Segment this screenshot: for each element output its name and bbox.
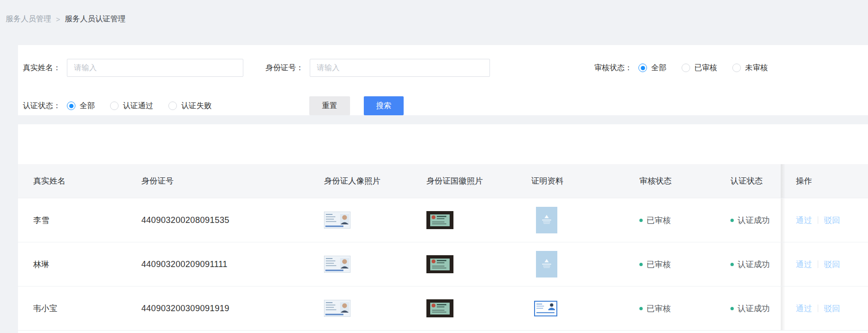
real-name-field-group: 真实姓名：	[23, 58, 243, 77]
proof-document-thumbnail[interactable]	[536, 251, 557, 278]
cell-emblem-photo	[411, 299, 516, 317]
cell-audit-status: 已审核	[624, 215, 715, 226]
col-header-proof: 证明资料	[516, 176, 624, 186]
cell-proof	[516, 301, 624, 316]
table-row: 李雪 440903200208091535	[18, 198, 868, 242]
col-header-actions: 操作	[781, 164, 868, 198]
col-header-portrait-photo: 身份证人像照片	[309, 176, 411, 186]
id-number-label: 身份证号：	[266, 63, 304, 73]
cell-auth-status: 认证成功	[715, 259, 781, 270]
auth-status-label: 认证状态：	[23, 101, 61, 111]
breadcrumb-item-parent[interactable]: 服务人员管理	[6, 14, 51, 24]
table-row: 韦小宝 440903200309091919	[18, 287, 868, 331]
col-header-real-name: 真实姓名	[18, 176, 126, 186]
cell-proof	[516, 251, 624, 278]
cell-auth-status: 认证成功	[715, 303, 781, 314]
audit-status-radio-audited[interactable]: 已审核	[682, 63, 717, 73]
certification-table: 真实姓名 身份证号 身份证人像照片 身份证国徽照片 证明资料 审核状态 认证状态…	[18, 164, 868, 331]
proof-id-card-thumbnail[interactable]	[534, 301, 557, 316]
action-divider	[818, 216, 818, 224]
status-dot-icon	[730, 263, 734, 266]
status-dot-icon	[639, 219, 643, 222]
id-number-input[interactable]	[310, 59, 490, 77]
cell-emblem-photo	[411, 211, 516, 229]
cell-portrait-photo	[309, 300, 411, 317]
cell-real-name: 李雪	[18, 215, 126, 226]
radio-unselected-icon	[732, 64, 741, 72]
auth-status-radio-failed[interactable]: 认证失败	[168, 101, 212, 111]
audit-status-radio-unaudited[interactable]: 未审核	[732, 63, 768, 73]
cell-emblem-photo	[411, 255, 516, 273]
id-card-portrait-thumbnail[interactable]	[324, 300, 351, 317]
approve-link[interactable]: 通过	[796, 303, 812, 314]
col-header-audit-status: 审核状态	[624, 176, 715, 186]
cell-actions: 通过 驳回	[781, 242, 868, 286]
chevron-right-icon: >	[56, 15, 60, 23]
table-header-row: 真实姓名 身份证号 身份证人像照片 身份证国徽照片 证明资料 审核状态 认证状态…	[18, 164, 868, 198]
status-dot-icon	[639, 263, 643, 266]
id-card-portrait-thumbnail[interactable]	[324, 212, 351, 229]
reject-link[interactable]: 驳回	[824, 259, 840, 270]
table-row: 林琳 440903200209091111	[18, 242, 868, 287]
radio-unselected-icon	[110, 102, 119, 110]
id-card-emblem-thumbnail[interactable]	[426, 299, 453, 317]
status-dot-icon	[730, 219, 734, 222]
col-header-id-number: 身份证号	[126, 176, 309, 186]
audit-status-label: 审核状态：	[594, 63, 632, 73]
audit-status-radio-group: 审核状态： 全部 已审核 未审核	[594, 58, 768, 77]
proof-document-thumbnail[interactable]	[536, 207, 557, 233]
id-card-portrait-thumbnail[interactable]	[324, 256, 351, 273]
cell-real-name: 韦小宝	[18, 303, 126, 314]
action-divider	[818, 305, 818, 312]
cell-auth-status: 认证成功	[715, 215, 781, 226]
radio-unselected-icon	[682, 64, 690, 72]
auth-status-radio-passed[interactable]: 认证通过	[110, 101, 153, 111]
cell-actions: 通过 驳回	[781, 198, 868, 242]
action-divider	[818, 260, 818, 268]
cell-proof	[516, 207, 624, 233]
table-panel: 真实姓名 身份证号 身份证人像照片 身份证国徽照片 证明资料 审核状态 认证状态…	[18, 124, 868, 333]
radio-unselected-icon	[168, 102, 177, 110]
audit-status-radio-all[interactable]: 全部	[638, 63, 666, 73]
cell-audit-status: 已审核	[624, 259, 715, 270]
breadcrumb: 服务人员管理 > 服务人员认证管理	[6, 14, 126, 24]
reject-link[interactable]: 驳回	[824, 215, 840, 226]
cell-id-number: 440903200309091919	[126, 304, 309, 314]
status-dot-icon	[639, 307, 643, 310]
cell-portrait-photo	[309, 256, 411, 273]
search-button[interactable]: 搜索	[364, 96, 404, 115]
search-filter-panel: 真实姓名： 身份证号： 审核状态： 全部 已审核 未审核 认证状态：	[18, 45, 868, 115]
cell-audit-status: 已审核	[624, 303, 715, 314]
col-header-auth-status: 认证状态	[715, 176, 781, 186]
radio-selected-icon	[67, 102, 75, 110]
approve-link[interactable]: 通过	[796, 215, 812, 226]
id-card-emblem-thumbnail[interactable]	[426, 255, 453, 273]
real-name-label: 真实姓名：	[23, 63, 61, 73]
auth-status-radio-group: 认证状态： 全部 认证通过 认证失败	[23, 96, 212, 115]
auth-status-radio-all[interactable]: 全部	[67, 101, 95, 111]
cell-id-number: 440903200209091111	[126, 259, 309, 269]
cell-id-number: 440903200208091535	[126, 215, 309, 225]
cell-real-name: 林琳	[18, 259, 126, 270]
id-number-field-group: 身份证号：	[266, 58, 490, 77]
reject-link[interactable]: 驳回	[824, 303, 840, 314]
breadcrumb-item-current: 服务人员认证管理	[65, 14, 126, 24]
real-name-input[interactable]	[67, 59, 243, 77]
id-card-emblem-thumbnail[interactable]	[426, 211, 453, 229]
approve-link[interactable]: 通过	[796, 259, 812, 270]
radio-selected-icon	[638, 64, 647, 72]
reset-button[interactable]: 重置	[309, 96, 350, 115]
col-header-emblem-photo: 身份证国徽照片	[411, 176, 516, 186]
cell-portrait-photo	[309, 212, 411, 229]
status-dot-icon	[730, 307, 734, 310]
cell-actions: 通过 驳回	[781, 287, 868, 330]
